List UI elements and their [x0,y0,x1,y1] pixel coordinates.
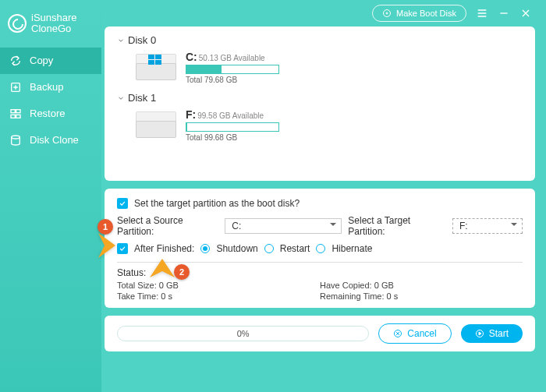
svg-rect-1 [11,109,15,112]
radio-restart[interactable] [264,244,274,253]
source-partition-select[interactable]: C: [225,218,342,234]
boot-checkbox[interactable] [117,198,128,209]
disk-0-header[interactable]: Disk 0 [117,33,523,48]
sidebar-item-label: Restore [30,108,66,119]
disk-0-name: Disk 0 [128,34,156,46]
svg-point-6 [383,10,390,17]
status-remaining: Remaining Time: 0 s [320,291,523,302]
radio-hibernate-label: Hibernate [332,243,372,254]
radio-shutdown[interactable] [200,244,210,253]
chevron-down-icon [117,37,125,44]
drive-icon [136,54,176,82]
radio-hibernate[interactable] [316,244,325,253]
svg-point-5 [12,136,20,139]
status-total-size: Total Size: 0 GB [117,280,320,291]
chevron-down-icon [117,94,125,102]
cancel-button[interactable]: Cancel [378,323,451,344]
progress-panel: 0% Cancel Start [105,316,535,351]
start-icon [475,329,484,338]
menu-icon[interactable] [476,7,488,19]
status-take-time: Take Time: 0 s [117,291,320,302]
disc-icon [382,9,392,18]
radio-restart-label: Restart [280,243,310,254]
svg-rect-3 [11,115,15,118]
sidebar-item-disk-clone[interactable]: Disk Clone [0,127,101,154]
svg-rect-2 [16,109,20,112]
source-label: Select a Source Partition: [117,215,218,237]
svg-rect-4 [16,115,20,118]
brand-line2: CloneGo [31,23,77,34]
disks-panel: Disk 0 C:50.13 GB Available Total 79.68 … [105,26,535,181]
copy-icon [9,55,22,67]
make-boot-disk-button[interactable]: Make Boot Disk [372,5,466,22]
sidebar-item-label: Disk Clone [30,134,79,146]
sidebar-item-copy[interactable]: Copy [0,48,101,74]
backup-icon [9,81,22,94]
radio-shutdown-label: Shutdown [216,243,257,254]
usage-bar [186,122,279,132]
options-panel: Set the target partition as the boot dis… [105,189,535,308]
boot-checkbox-label: Set the target partition as the boot dis… [134,198,300,209]
cancel-icon [393,329,402,338]
restore-icon [9,108,22,120]
usage-bar [186,65,279,74]
start-button[interactable]: Start [461,324,523,343]
logo-icon [8,14,27,33]
disk-clone-icon [9,134,22,147]
partition-available: 50.13 GB Available [199,54,265,62]
disk-1-header[interactable]: Disk 1 [117,90,523,105]
sidebar-item-backup[interactable]: Backup [0,74,101,101]
partition-letter: F: [186,108,196,121]
arrow-2 [148,254,176,284]
progress-bar: 0% [117,326,369,341]
sidebar: iSunshare CloneGo Copy Backup Restore Di… [0,0,101,392]
sidebar-item-label: Backup [30,81,63,93]
disk-1-name: Disk 1 [128,92,156,104]
partition-letter: C: [186,51,197,63]
after-finished-label: After Finished: [134,243,194,254]
svg-point-7 [386,12,388,14]
callout-2: 2 [174,264,190,280]
make-boot-label: Make Boot Disk [396,9,456,18]
callout-1: 1 [98,219,113,235]
partition-available: 99.58 GB Available [197,111,264,120]
partition-total: Total 79.68 GB [186,76,279,84]
main-area: Make Boot Disk Disk 0 C:50.13 GB Availab… [101,0,546,392]
status-have-copied: Have Copied: 0 GB [320,280,523,291]
sidebar-item-label: Copy [30,55,53,66]
partition-total: Total 99.68 GB [186,133,279,142]
target-partition-select[interactable]: F: [452,218,523,234]
disk-1-partition[interactable]: F:99.58 GB Available Total 99.68 GB [117,105,523,148]
close-icon[interactable] [519,7,532,19]
target-label: Select a Target Partition: [348,215,446,237]
arrow-1 [95,231,122,263]
brand-line1: iSunshare [31,12,77,23]
topbar: Make Boot Disk [105,5,535,26]
progress-percent: 0% [237,329,250,338]
app-logo: iSunshare CloneGo [0,8,101,48]
sidebar-item-restore[interactable]: Restore [0,101,101,127]
disk-0-partition[interactable]: C:50.13 GB Available Total 79.68 GB [117,48,523,90]
minimize-icon[interactable] [498,7,510,19]
drive-icon [136,111,176,139]
